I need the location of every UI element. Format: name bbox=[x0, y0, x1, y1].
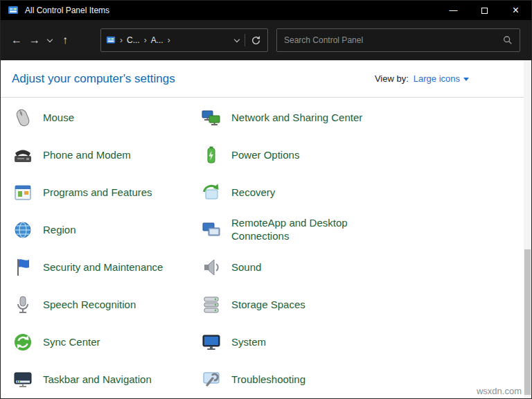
refresh-button[interactable] bbox=[249, 35, 263, 46]
breadcrumb-separator: › bbox=[120, 35, 123, 45]
up-arrow-icon: ↑ bbox=[62, 34, 68, 46]
breadcrumb-separator: › bbox=[168, 35, 170, 45]
chevron-down-icon bbox=[234, 36, 240, 42]
recovery-icon bbox=[200, 181, 222, 204]
item-label: Taskbar and Navigation bbox=[43, 373, 152, 387]
taskbar-navigation-icon bbox=[12, 369, 34, 391]
window-controls: — × bbox=[438, 1, 531, 20]
window-title: All Control Panel Items bbox=[25, 6, 438, 15]
view-by-label: View by: bbox=[375, 73, 409, 84]
back-button[interactable]: ← bbox=[8, 29, 26, 51]
dropdown-caret-icon bbox=[463, 78, 469, 81]
search-input[interactable]: Search Control Panel bbox=[276, 28, 520, 52]
remoteapp-icon bbox=[200, 219, 222, 241]
item-label: Region bbox=[43, 224, 76, 237]
divider bbox=[245, 34, 245, 46]
view-by-dropdown[interactable]: Large icons bbox=[414, 73, 469, 84]
maximize-button[interactable] bbox=[469, 1, 500, 20]
network-sharing-icon bbox=[200, 107, 222, 129]
titlebar: All Control Panel Items — × bbox=[1, 1, 531, 20]
storage-spaces-icon bbox=[200, 294, 222, 316]
forward-button[interactable]: → bbox=[26, 29, 44, 51]
mouse-icon bbox=[12, 107, 34, 129]
page-title: Adjust your computer's settings bbox=[12, 72, 175, 86]
programs-features-icon bbox=[12, 181, 34, 204]
item-label: Speech Recognition bbox=[43, 299, 136, 312]
item-label: Sound bbox=[231, 261, 261, 274]
control-panel-app-icon bbox=[8, 5, 19, 16]
search-icon[interactable] bbox=[503, 35, 513, 45]
control-panel-item[interactable]: Speech Recognition bbox=[12, 286, 200, 323]
sound-icon bbox=[200, 256, 222, 278]
control-panel-item[interactable]: Network and Sharing Center bbox=[200, 99, 531, 136]
item-label: Troubleshooting bbox=[231, 373, 305, 387]
control-panel-items-grid: MouseNetwork and Sharing CenterPhone and… bbox=[1, 98, 531, 398]
content-header: Adjust your computer's settings View by:… bbox=[1, 60, 531, 98]
item-label: System bbox=[231, 336, 266, 349]
up-button[interactable]: ↑ bbox=[56, 29, 74, 51]
item-label: Power Options bbox=[231, 149, 299, 162]
item-label: Sync Center bbox=[43, 336, 100, 349]
troubleshooting-icon bbox=[200, 369, 222, 391]
address-dropdown-button[interactable] bbox=[233, 39, 240, 42]
control-panel-item[interactable]: Recovery bbox=[200, 174, 531, 211]
watermark: wsxdn.com bbox=[477, 386, 522, 396]
back-arrow-icon: ← bbox=[11, 34, 22, 46]
control-panel-item[interactable]: Phone and Modem bbox=[12, 136, 200, 174]
item-label: Storage Spaces bbox=[231, 299, 305, 312]
vertical-scrollbar[interactable] bbox=[524, 60, 531, 398]
control-panel-item[interactable]: Programs and Features bbox=[12, 174, 200, 211]
control-panel-item[interactable]: Sync Center bbox=[12, 323, 200, 361]
chevron-down-icon bbox=[47, 36, 53, 42]
breadcrumb-separator: › bbox=[144, 35, 147, 45]
address-bar[interactable]: › C... › A... › bbox=[100, 28, 268, 52]
refresh-icon bbox=[251, 35, 261, 46]
close-button[interactable]: × bbox=[500, 1, 531, 20]
item-label: Recovery bbox=[231, 186, 275, 200]
control-panel-item[interactable]: Storage Spaces bbox=[200, 286, 531, 323]
region-icon bbox=[12, 219, 34, 241]
control-panel-item[interactable]: RemoteApp and Desktop Connections bbox=[200, 211, 531, 249]
item-label: Programs and Features bbox=[43, 186, 152, 200]
search-placeholder: Search Control Panel bbox=[284, 35, 503, 45]
navigation-toolbar: ← → ↑ › C... › A... › Search Control Pan… bbox=[1, 20, 531, 60]
maximize-icon bbox=[481, 8, 488, 14]
view-by-value: Large icons bbox=[414, 73, 460, 84]
phone-modem-icon bbox=[12, 144, 34, 166]
breadcrumb-control-panel[interactable]: C... bbox=[127, 35, 140, 45]
item-label: Mouse bbox=[43, 112, 74, 125]
control-panel-item[interactable]: System bbox=[200, 323, 531, 361]
scrollbar-thumb[interactable] bbox=[524, 249, 531, 395]
power-options-icon bbox=[200, 144, 222, 166]
control-panel-item[interactable]: Mouse bbox=[12, 99, 200, 136]
view-by-control: View by: Large icons bbox=[375, 73, 469, 84]
speech-recognition-icon bbox=[12, 294, 34, 316]
recent-pages-dropdown[interactable] bbox=[44, 29, 56, 51]
item-label: Security and Maintenance bbox=[43, 261, 163, 274]
control-panel-small-icon bbox=[106, 35, 116, 45]
system-icon bbox=[200, 331, 222, 353]
item-label: RemoteApp and Desktop Connections bbox=[231, 217, 369, 243]
control-panel-item[interactable]: Security and Maintenance bbox=[12, 249, 200, 286]
minimize-button[interactable]: — bbox=[438, 1, 469, 20]
control-panel-window: All Control Panel Items — × ← → ↑ › C...… bbox=[0, 0, 532, 399]
control-panel-item[interactable]: Power Options bbox=[200, 136, 531, 174]
breadcrumb-all-items[interactable]: A... bbox=[151, 35, 163, 45]
item-label: Network and Sharing Center bbox=[231, 112, 362, 125]
security-maintenance-icon bbox=[12, 256, 34, 278]
control-panel-item[interactable]: Sound bbox=[200, 249, 531, 286]
item-label: Phone and Modem bbox=[43, 149, 131, 162]
forward-arrow-icon: → bbox=[29, 34, 40, 46]
sync-center-icon bbox=[12, 331, 34, 353]
control-panel-item[interactable]: Region bbox=[12, 211, 200, 249]
control-panel-item[interactable]: Taskbar and Navigation bbox=[12, 361, 200, 398]
